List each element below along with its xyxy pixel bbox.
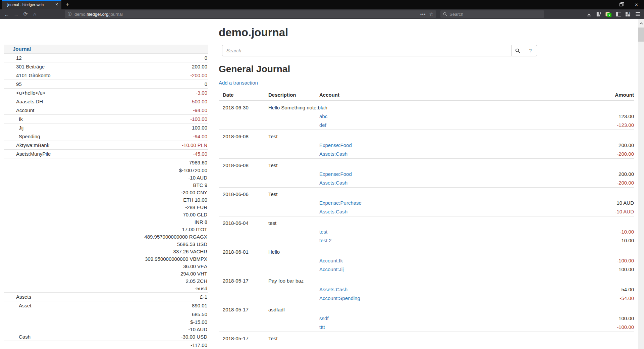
url-text: demo.hledger.org/journal bbox=[74, 12, 123, 17]
browser-tab[interactable]: journal - hledger-web ✕ bbox=[2, 0, 61, 9]
sidebar-account-balance: -200.00 bbox=[190, 71, 208, 80]
sidebar-account-link[interactable]: Aktywa:mBank bbox=[16, 141, 49, 149]
transaction-description: Test bbox=[264, 188, 560, 199]
window-restore-button[interactable] bbox=[613, 0, 629, 9]
new-tab-button[interactable]: + bbox=[64, 1, 71, 8]
posting-amount: 10.00 bbox=[560, 236, 634, 245]
download-icon[interactable] bbox=[584, 9, 594, 19]
posting-amount: -123.00 bbox=[560, 121, 634, 130]
posting-row: ssdf100.00 bbox=[219, 314, 634, 323]
address-bar[interactable]: ⓘ demo.hledger.org/journal ••• ☆ bbox=[65, 10, 436, 18]
transaction-row: 2018-06-30Hello Something note:blah bbox=[219, 101, 634, 112]
sidebar-account-row: 294.00 VHT bbox=[4, 270, 208, 278]
posting-account-link[interactable]: Expense:Purchase bbox=[319, 200, 362, 206]
posting-account-link[interactable]: Expense:Food bbox=[319, 171, 352, 177]
page-actions-icon[interactable]: ••• bbox=[420, 12, 426, 17]
sidebar-account-balance: -10 AUD bbox=[188, 174, 208, 182]
forward-icon[interactable]: → bbox=[11, 9, 21, 19]
sidebar-account-row: <u>hello</u>-3.00 bbox=[4, 88, 208, 97]
scroll-up-icon[interactable] bbox=[638, 21, 644, 26]
sidebar-account-link[interactable]: 12 bbox=[16, 54, 22, 62]
sidebar-account-link[interactable]: <u>hello</u> bbox=[16, 89, 46, 97]
posting-account-link[interactable]: abc bbox=[319, 113, 327, 119]
posting-amount: 200.00 bbox=[560, 141, 634, 150]
posting-account-link[interactable]: Account:Jij bbox=[319, 266, 344, 272]
sidebar-account-balance: INR 8 bbox=[195, 218, 208, 226]
sidebar-account-row: $-15.00 bbox=[4, 318, 208, 326]
posting-account-link[interactable]: test 2 bbox=[319, 238, 332, 243]
transaction-row: 2018-05-17Test bbox=[219, 332, 634, 343]
sidebar-account-link[interactable]: Assets bbox=[16, 293, 31, 301]
add-transaction-link[interactable]: Add a transaction bbox=[219, 80, 258, 86]
bookmark-star-icon[interactable]: ☆ bbox=[429, 11, 433, 17]
sidebar-account-row: 489.957000000000 RGAGX bbox=[4, 233, 208, 241]
sidebar-account-balance: 294.00 VHT bbox=[180, 270, 208, 278]
posting-account-link[interactable]: Assets:Cash bbox=[319, 180, 347, 186]
sidebar-account-balance: -288 EUR bbox=[185, 204, 208, 211]
sidebar-account-row: Jij100.00 bbox=[4, 123, 208, 132]
sidebar-account-link[interactable]: Aaasets:DH bbox=[16, 97, 43, 106]
sidebar-account-link[interactable]: Spending bbox=[19, 132, 40, 141]
transaction-description: Hello Something note:blah bbox=[264, 101, 560, 112]
posting-account-link[interactable]: tttt bbox=[319, 324, 325, 330]
posting-account-link[interactable]: Account:Ik bbox=[319, 258, 343, 263]
posting-account-link[interactable]: Account:Spending bbox=[319, 295, 360, 301]
window-close-button[interactable]: ✕ bbox=[629, 0, 644, 9]
apps-grid-icon[interactable]: + bbox=[623, 9, 633, 19]
browser-search-bar[interactable]: Search bbox=[440, 10, 544, 18]
sidebar-account-balance: 200.00 bbox=[192, 62, 208, 71]
transaction-date: 2018-05-17 bbox=[219, 332, 264, 343]
sidebar-toggle-icon[interactable] bbox=[614, 9, 623, 19]
sidebar-account-balance: -5usd bbox=[195, 285, 208, 292]
posting-row: Assets:Cash54.00 bbox=[219, 285, 634, 294]
sidebar-account-row: $-100720.00 bbox=[4, 167, 208, 174]
posting-account-link[interactable]: test bbox=[319, 229, 327, 235]
posting-amount: 10 AUD bbox=[560, 199, 634, 207]
sidebar-account-link[interactable]: Asets:MunyPile bbox=[16, 150, 51, 158]
journal-search-input[interactable] bbox=[222, 45, 512, 56]
home-icon[interactable]: ⌂ bbox=[30, 9, 40, 19]
sidebar-account-link[interactable]: 95 bbox=[16, 80, 22, 88]
sidebar-account-link[interactable]: 4101 Girokonto bbox=[16, 71, 51, 80]
sidebar-account-link[interactable]: Jij bbox=[19, 123, 23, 132]
extension-icon[interactable]: 0 bbox=[603, 9, 612, 19]
sidebar-account-row: ETH 10.00 bbox=[4, 196, 208, 204]
posting-account-link[interactable]: Assets:Cash bbox=[319, 151, 347, 157]
sidebar-account-row: Spending-94.00 bbox=[4, 132, 208, 141]
sidebar-account-link[interactable]: Ik bbox=[19, 115, 23, 123]
sidebar-account-link[interactable]: 301 Beiträge bbox=[16, 62, 45, 71]
back-icon[interactable]: ← bbox=[2, 9, 11, 19]
posting-amount: 100.00 bbox=[560, 265, 634, 274]
sidebar-account-row: -20.00 CNY bbox=[4, 189, 208, 196]
sidebar-account-row: Cash-30.00 USD bbox=[4, 333, 208, 341]
posting-account-link[interactable]: ssdf bbox=[319, 315, 329, 321]
posting-amount: -10 AUD bbox=[560, 207, 634, 216]
search-help-button[interactable]: ? bbox=[524, 45, 537, 56]
posting-row: Account:Ik-100.00 bbox=[219, 256, 634, 265]
scrollbar-thumb[interactable] bbox=[638, 28, 644, 42]
journal-link[interactable]: Journal bbox=[13, 46, 31, 52]
reload-icon[interactable]: ⟳ bbox=[21, 9, 30, 19]
library-icon[interactable] bbox=[594, 9, 603, 19]
posting-account-link[interactable]: def bbox=[319, 122, 326, 128]
posting-account-link[interactable]: Assets:Cash bbox=[319, 209, 347, 214]
sidebar-account-link[interactable]: Asset bbox=[19, 301, 32, 310]
page-scrollbar[interactable] bbox=[638, 19, 644, 349]
register-heading: General Journal bbox=[219, 64, 634, 74]
posting-account-link[interactable]: Expense:Food bbox=[319, 142, 352, 148]
journal-search-button[interactable] bbox=[511, 45, 524, 56]
site-info-icon[interactable]: ⓘ bbox=[68, 11, 72, 17]
sidebar-account-link[interactable]: Cash bbox=[19, 333, 31, 341]
sidebar-account-balance: -30.00 USD bbox=[181, 333, 208, 341]
window-minimize-button[interactable] bbox=[598, 0, 613, 9]
posting-account-link[interactable]: Assets:Cash bbox=[319, 287, 347, 292]
sidebar-account-row: Asets:MunyPile-45.00 bbox=[4, 149, 208, 158]
column-header-amount: Amount bbox=[560, 89, 634, 101]
transaction-date: 2018-06-08 bbox=[219, 159, 264, 170]
sidebar-account-balance: 890.01 bbox=[192, 301, 208, 310]
menu-icon[interactable] bbox=[633, 9, 643, 19]
posting-row: test 210.00 bbox=[219, 236, 634, 245]
sidebar-account-link[interactable]: Account bbox=[16, 106, 34, 114]
sidebar-account-row: Asset890.01 bbox=[4, 301, 208, 310]
tab-close-icon[interactable]: ✕ bbox=[54, 2, 59, 7]
